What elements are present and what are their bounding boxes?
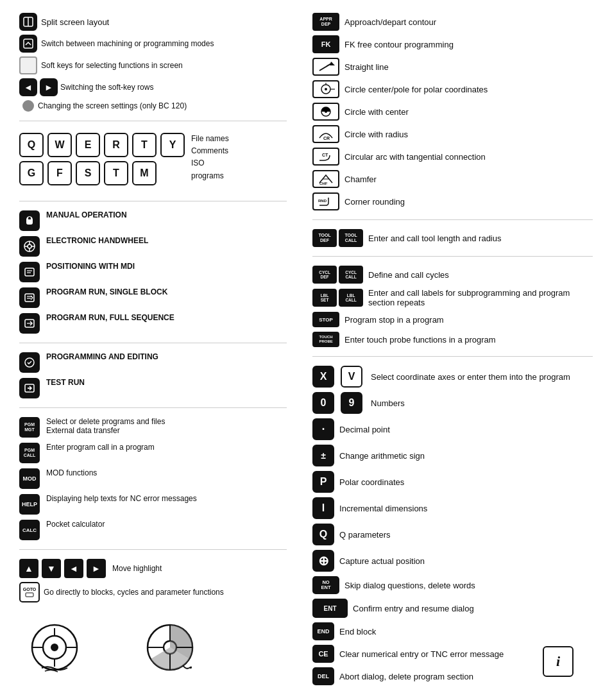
no-ent-desc: Skip dialog questions, delete words [344, 581, 475, 590]
programming-edit-icon[interactable] [19, 352, 40, 373]
lbl-call-icon[interactable]: LBLCALL [339, 289, 363, 307]
goto-desc: Go directly to blocks, cycles and parame… [44, 588, 224, 597]
softkey-row-desc: Switching the soft-key rows [60, 83, 153, 92]
help-icon[interactable]: HELP [19, 494, 40, 515]
del-key[interactable]: DEL [312, 667, 334, 685]
programming-edit-label: PROGRAMMING AND EDITING [46, 352, 158, 361]
screen-settings-desc: Changing the screen settings (only BC 12… [38, 101, 187, 110]
key-T2[interactable]: T [104, 161, 128, 185]
line-icon[interactable] [312, 58, 339, 76]
gray-circle-icon[interactable] [22, 100, 34, 112]
svg-point-34 [325, 88, 327, 90]
numbers-desc: Numbers [371, 398, 405, 408]
full-seq-icon[interactable] [19, 313, 40, 334]
up-arrow-btn[interactable]: ▲ [19, 559, 38, 578]
ce-key[interactable]: CE [312, 645, 334, 663]
rnd-icon[interactable]: RND [312, 192, 339, 210]
split-screen-icon[interactable] [19, 13, 37, 31]
appr-dep-icon[interactable]: APPRDEP [312, 13, 339, 31]
input-keys-section: X V Select coordinate axes or enter them… [312, 366, 593, 685]
del-desc: Abort dialog, delete program section [339, 672, 473, 681]
left-arrow-icon[interactable]: ◄ [19, 78, 37, 96]
cr-icon[interactable]: CR [312, 125, 339, 143]
manual-op-icon[interactable] [19, 210, 40, 231]
edit-modes-section: PROGRAMMING AND EDITING TEST RUN [19, 352, 287, 398]
pgm-mgt-desc: Select or delete programs and filesExter… [46, 417, 165, 435]
tool-def-icon[interactable]: TOOLDEF [312, 229, 337, 247]
cycl-call-icon[interactable]: CYCLCALL [339, 266, 363, 284]
left-nav-btn[interactable]: ◄ [64, 559, 83, 578]
q-key[interactable]: Q [312, 524, 334, 545]
v-key[interactable]: V [341, 366, 362, 388]
ce-desc: Clear numerical entry or TNC error messa… [339, 649, 504, 659]
no-ent-key[interactable]: NOENT [312, 576, 339, 594]
mod-icon[interactable]: MOD [19, 468, 40, 489]
key-F[interactable]: F [47, 161, 72, 185]
key-W[interactable]: W [47, 133, 72, 157]
key-Y[interactable]: Y [160, 133, 185, 157]
pgm-mgt-icon[interactable]: PGMMGT [19, 417, 40, 438]
keyboard-label-programs: programs [191, 170, 229, 182]
capture-key[interactable]: ⊕ [312, 550, 334, 572]
divider1 [19, 121, 287, 121]
touch-probe-desc: Enter touch probe functions in a program [344, 335, 496, 345]
info-button[interactable]: i [543, 646, 574, 677]
cycle-section: CYCLDEF CYCLCALL Define and call cycles … [312, 266, 593, 347]
key-S[interactable]: S [76, 161, 100, 185]
key-T[interactable]: T [132, 133, 157, 157]
i-key[interactable]: I [312, 497, 334, 519]
soft-keys-desc: Soft keys for selecting functions in scr… [41, 61, 183, 70]
end-key[interactable]: END [312, 622, 334, 640]
calc-desc: Pocket calculator [46, 520, 105, 529]
right-arrow-icon[interactable]: ► [40, 78, 58, 96]
decimal-key[interactable]: · [312, 418, 334, 440]
sign-key[interactable]: ± [312, 445, 334, 466]
rnd-desc: Corner rounding [344, 197, 405, 207]
key-R[interactable]: R [104, 133, 128, 157]
cycl-def-icon[interactable]: CYCLDEF [312, 266, 337, 284]
key-G[interactable]: G [19, 161, 44, 185]
test-run-icon[interactable] [19, 378, 40, 398]
stop-icon[interactable]: STOP [312, 312, 339, 327]
fk-icon[interactable]: FK [312, 35, 339, 53]
ent-key[interactable]: ENT [312, 599, 348, 618]
mdi-label: POSITIONING WITH MDI [46, 262, 135, 271]
p-key[interactable]: P [312, 471, 334, 493]
key-Q[interactable]: Q [19, 133, 44, 157]
mode-section: MANUAL OPERATION ELECTRONIC HANDWH [19, 210, 287, 334]
tool-section: TOOLDEF TOOLCALL Enter and call tool len… [312, 229, 593, 247]
zero-key[interactable]: 0 [312, 392, 334, 414]
divider4 [19, 407, 287, 408]
decimal-desc: Decimal point [339, 425, 390, 434]
key-M[interactable]: M [132, 161, 157, 185]
switch-mode-icon[interactable] [19, 35, 37, 53]
q-desc: Q parameters [339, 530, 390, 540]
right-nav-btn[interactable]: ► [87, 559, 106, 578]
chf-icon[interactable]: CHF [312, 170, 339, 188]
ct-icon[interactable]: CT [312, 148, 339, 166]
manual-op-label: MANUAL OPERATION [46, 210, 127, 219]
tool-call-icon[interactable]: TOOLCALL [339, 229, 363, 247]
handwheel-icon[interactable] [19, 236, 40, 257]
mdi-icon[interactable] [19, 262, 40, 282]
touch-probe-icon[interactable]: TOUCHPROBE [312, 332, 339, 347]
circle-c-icon[interactable] [312, 103, 339, 121]
svg-rect-18 [26, 593, 33, 597]
info-label: i [556, 653, 560, 670]
keyboard-label-filenames: File names [191, 133, 229, 145]
nine-key[interactable]: 9 [341, 392, 362, 414]
key-E[interactable]: E [76, 133, 100, 157]
down-arrow-btn[interactable]: ▼ [42, 559, 61, 578]
tool-desc: Enter and call tool length and radius [368, 234, 501, 243]
divider5 [19, 549, 287, 550]
cc-icon[interactable] [312, 80, 339, 98]
x-key[interactable]: X [312, 366, 334, 388]
soft-keys-icon[interactable] [19, 56, 37, 74]
calc-icon[interactable]: CALC [19, 520, 40, 540]
lbl-set-icon[interactable]: LBLSET [312, 289, 337, 307]
keyboard-label-iso: ISO [191, 157, 229, 169]
pgm-call-icon[interactable]: PGMCALL [19, 443, 40, 463]
goto-icon[interactable]: GOTO [19, 582, 40, 602]
single-block-icon[interactable] [19, 287, 40, 308]
switch-mode-desc: Switch between machining or programming … [41, 39, 214, 48]
